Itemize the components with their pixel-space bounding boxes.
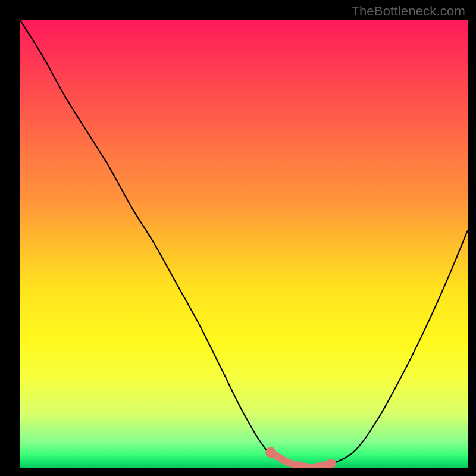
bottleneck-curve	[20, 20, 468, 468]
watermark-text: TheBottleneck.com	[351, 4, 465, 19]
minimum-marker-dot	[327, 459, 336, 468]
bottleneck-curve-svg	[20, 20, 468, 468]
minimum-marker-stroke	[271, 452, 331, 468]
minimum-marker-group	[265, 447, 336, 468]
minimum-marker-dot	[265, 447, 276, 458]
